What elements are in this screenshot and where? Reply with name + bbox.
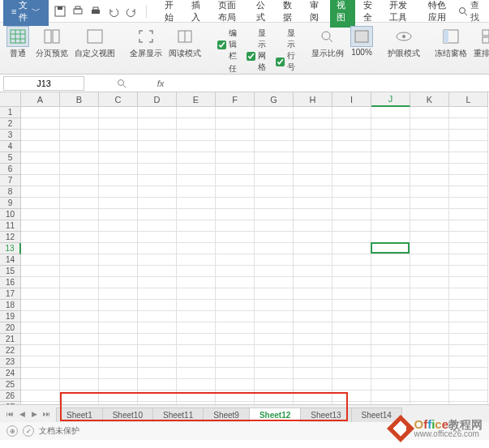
cell[interactable] bbox=[99, 277, 138, 288]
cell[interactable] bbox=[332, 118, 371, 130]
cell[interactable] bbox=[371, 164, 410, 175]
cell[interactable] bbox=[21, 175, 60, 186]
cell[interactable] bbox=[60, 300, 99, 311]
cell[interactable] bbox=[449, 368, 488, 379]
cell[interactable] bbox=[371, 254, 410, 266]
cell[interactable] bbox=[410, 130, 449, 141]
cell[interactable] bbox=[177, 232, 216, 243]
cell[interactable] bbox=[60, 175, 99, 186]
cell[interactable] bbox=[294, 334, 332, 345]
cell[interactable] bbox=[99, 175, 138, 186]
cell[interactable] bbox=[138, 164, 177, 175]
cell[interactable] bbox=[449, 107, 488, 118]
cell[interactable] bbox=[216, 390, 255, 402]
col-header-G[interactable]: G bbox=[255, 92, 294, 107]
cell[interactable] bbox=[99, 356, 138, 368]
cell[interactable] bbox=[371, 390, 410, 402]
cell[interactable] bbox=[60, 311, 99, 322]
cell[interactable] bbox=[60, 186, 99, 198]
cell[interactable] bbox=[410, 152, 449, 164]
cell[interactable] bbox=[410, 141, 449, 152]
cell[interactable] bbox=[216, 152, 255, 164]
row-header-2[interactable]: 2 bbox=[0, 118, 21, 130]
select-all-corner[interactable] bbox=[0, 92, 21, 107]
cell[interactable] bbox=[177, 368, 216, 379]
cell[interactable] bbox=[255, 288, 294, 300]
cell[interactable] bbox=[255, 300, 294, 311]
cell[interactable] bbox=[255, 345, 294, 356]
cell[interactable] bbox=[216, 220, 255, 232]
cell[interactable] bbox=[138, 254, 177, 266]
cell[interactable] bbox=[60, 232, 99, 243]
cell[interactable] bbox=[99, 118, 138, 130]
cell[interactable] bbox=[255, 107, 294, 118]
cell[interactable] bbox=[21, 368, 60, 379]
cell[interactable] bbox=[371, 266, 410, 277]
cell[interactable] bbox=[332, 209, 371, 220]
cell[interactable] bbox=[371, 130, 410, 141]
row-header-1[interactable]: 1 bbox=[0, 107, 21, 118]
cell[interactable] bbox=[332, 254, 371, 266]
cell[interactable] bbox=[177, 130, 216, 141]
cell[interactable] bbox=[332, 277, 371, 288]
sheet-tab-Sheet13[interactable]: Sheet13 bbox=[300, 407, 351, 422]
cell[interactable] bbox=[99, 232, 138, 243]
cell[interactable] bbox=[410, 311, 449, 322]
row-header-23[interactable]: 23 bbox=[0, 356, 21, 368]
cell[interactable] bbox=[449, 152, 488, 164]
cell[interactable] bbox=[99, 311, 138, 322]
cell[interactable] bbox=[371, 322, 410, 334]
cell[interactable] bbox=[410, 243, 449, 254]
check-show-grid[interactable]: 显示网格线 bbox=[247, 28, 266, 75]
cell[interactable] bbox=[138, 141, 177, 152]
cell[interactable] bbox=[255, 186, 294, 198]
cell[interactable] bbox=[449, 379, 488, 390]
cell[interactable] bbox=[410, 107, 449, 118]
cell[interactable] bbox=[294, 186, 332, 198]
cell[interactable] bbox=[177, 107, 216, 118]
cell[interactable] bbox=[255, 130, 294, 141]
cell[interactable] bbox=[216, 186, 255, 198]
cell[interactable] bbox=[99, 390, 138, 402]
cell[interactable] bbox=[216, 232, 255, 243]
cell[interactable] bbox=[449, 130, 488, 141]
tab-review[interactable]: 审阅 bbox=[303, 0, 328, 28]
view-read[interactable]: 阅读模式 bbox=[167, 26, 203, 59]
cell[interactable] bbox=[21, 379, 60, 390]
cell[interactable] bbox=[410, 356, 449, 368]
cell[interactable] bbox=[21, 107, 60, 118]
cell[interactable] bbox=[21, 266, 60, 277]
cell[interactable] bbox=[99, 186, 138, 198]
cell[interactable] bbox=[294, 130, 332, 141]
cell[interactable] bbox=[371, 107, 410, 118]
col-header-A[interactable]: A bbox=[21, 92, 60, 107]
row-header-3[interactable]: 3 bbox=[0, 130, 21, 141]
cell[interactable] bbox=[216, 243, 255, 254]
cell[interactable] bbox=[332, 243, 371, 254]
cell[interactable] bbox=[255, 322, 294, 334]
cell[interactable] bbox=[60, 220, 99, 232]
row-header-10[interactable]: 10 bbox=[0, 209, 21, 220]
cell[interactable] bbox=[449, 141, 488, 152]
cell[interactable] bbox=[332, 220, 371, 232]
cell[interactable] bbox=[138, 232, 177, 243]
cell[interactable] bbox=[255, 141, 294, 152]
arrange-windows[interactable]: 重排窗口 bbox=[472, 26, 489, 59]
cell[interactable] bbox=[294, 243, 332, 254]
cell[interactable] bbox=[60, 198, 99, 209]
cell[interactable] bbox=[99, 368, 138, 379]
cell[interactable] bbox=[294, 107, 332, 118]
cell[interactable] bbox=[294, 390, 332, 402]
cell[interactable] bbox=[21, 164, 60, 175]
col-header-E[interactable]: E bbox=[177, 92, 216, 107]
cell[interactable] bbox=[332, 311, 371, 322]
view-custom[interactable]: 自定义视图 bbox=[73, 26, 117, 59]
col-header-K[interactable]: K bbox=[410, 92, 449, 107]
cell[interactable] bbox=[138, 356, 177, 368]
cell[interactable] bbox=[60, 141, 99, 152]
cell[interactable] bbox=[449, 175, 488, 186]
sheet-tab-Sheet12[interactable]: Sheet12 bbox=[249, 407, 301, 422]
cell[interactable] bbox=[60, 107, 99, 118]
cell[interactable] bbox=[371, 175, 410, 186]
cell[interactable] bbox=[138, 107, 177, 118]
